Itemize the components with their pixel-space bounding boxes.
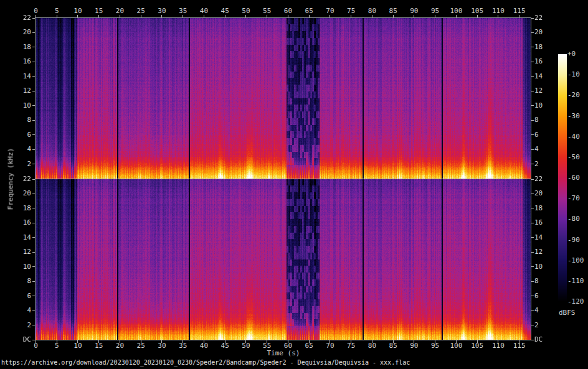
freq-tick-mark	[531, 237, 534, 238]
time-tick-label: 80	[363, 7, 381, 15]
freq-tick-mark	[531, 76, 534, 77]
time-tick-label: 110	[489, 7, 508, 15]
colorbar-unit-label: dBFS	[559, 309, 576, 317]
freq-tick-mark	[531, 208, 534, 208]
freq-tick-label: 22	[10, 14, 31, 22]
time-tick-mark	[372, 15, 372, 17]
colorbar	[558, 54, 567, 302]
time-tick-mark	[309, 15, 310, 17]
time-tick-mark	[393, 15, 394, 17]
colorbar-tick-label: -60	[567, 174, 588, 182]
freq-tick-label: 20	[534, 190, 556, 197]
freq-axis-label: Frequency (kHz)	[7, 142, 15, 217]
time-tick-label: 15	[90, 7, 108, 15]
time-tick-mark	[245, 15, 246, 17]
freq-tick-label: 14	[534, 234, 556, 241]
time-tick-label: 110	[489, 342, 508, 350]
colorbar-tick-label: -100	[567, 257, 588, 264]
time-tick-label: 55	[258, 7, 277, 15]
freq-tick-mark	[32, 164, 35, 164]
time-tick-label: 35	[174, 342, 192, 350]
freq-tick-label: 6	[534, 292, 556, 300]
time-tick-label: 95	[426, 7, 445, 15]
time-tick-label: 50	[237, 7, 255, 15]
freq-tick-mark	[32, 91, 35, 91]
time-tick-label: 25	[131, 342, 150, 350]
freq-tick-mark	[32, 266, 35, 267]
freq-tick-mark	[531, 134, 534, 135]
time-tick-label: 40	[194, 7, 213, 15]
time-tick-label: 35	[174, 7, 192, 15]
freq-tick-label: 18	[534, 205, 556, 212]
colorbar-tick-label: -70	[567, 195, 588, 202]
freq-tick-mark	[531, 281, 534, 282]
freq-tick-mark	[32, 62, 35, 62]
freq-tick-mark	[32, 32, 35, 33]
dc-tick-label: DC	[534, 336, 556, 343]
colorbar-tick-label: -120	[567, 298, 588, 306]
colorbar-tick-label: -90	[567, 236, 588, 244]
spectrogram-image: 0055101015152020252530303535404045455050…	[0, 0, 588, 369]
time-tick-label: 30	[153, 7, 171, 15]
time-tick-mark	[204, 15, 204, 17]
time-tick-label: 5	[47, 342, 66, 350]
time-tick-label: 25	[131, 7, 150, 15]
time-tick-label: 5	[47, 7, 66, 15]
time-tick-label: 45	[216, 7, 234, 15]
time-tick-mark	[435, 15, 435, 17]
freq-tick-mark	[531, 91, 534, 91]
time-tick-mark	[161, 15, 162, 17]
freq-tick-label: 20	[534, 29, 556, 36]
colorbar-tick-label: -30	[567, 113, 588, 120]
freq-tick-mark	[531, 296, 534, 296]
colorbar-tick-label: +0	[567, 50, 588, 58]
freq-tick-label: 14	[10, 234, 31, 241]
freq-tick-mark	[531, 194, 534, 194]
freq-tick-mark	[32, 252, 35, 253]
freq-tick-mark	[32, 149, 35, 150]
time-tick-label: 75	[342, 7, 361, 15]
time-tick-label: 20	[110, 7, 129, 15]
footer-url: https://archive.org/download/20230120_20…	[1, 359, 410, 367]
freq-tick-mark	[531, 149, 534, 150]
time-tick-mark	[477, 15, 478, 17]
freq-tick-label: 2	[534, 161, 556, 168]
time-tick-label: 70	[321, 7, 339, 15]
freq-tick-label: 6	[534, 131, 556, 139]
freq-tick-mark	[32, 325, 35, 325]
freq-tick-label: 14	[10, 73, 31, 80]
freq-tick-mark	[32, 120, 35, 121]
time-tick-mark	[36, 15, 36, 17]
freq-tick-mark	[531, 311, 534, 311]
colorbar-tick-label: -110	[567, 278, 588, 285]
freq-tick-label: 6	[10, 292, 31, 300]
spectrogram-channel-1	[36, 18, 531, 179]
freq-tick-label: 2	[534, 322, 556, 329]
time-tick-mark	[456, 15, 457, 17]
time-tick-mark	[498, 15, 498, 17]
time-tick-label: 10	[69, 7, 87, 15]
time-tick-mark	[57, 15, 57, 17]
colorbar-tick-label: -20	[567, 91, 588, 99]
freq-tick-label: 22	[534, 14, 556, 22]
colorbar-tick-label: -80	[567, 215, 588, 223]
colorbar-tick-label: -50	[567, 154, 588, 161]
freq-tick-mark	[32, 311, 35, 311]
freq-tick-mark	[531, 32, 534, 33]
freq-tick-label: 8	[534, 116, 556, 124]
freq-tick-label: 6	[10, 131, 31, 139]
freq-tick-mark	[531, 62, 534, 62]
dc-tick-label: DC	[10, 336, 31, 343]
time-tick-mark	[120, 15, 120, 17]
freq-tick-label: 16	[534, 219, 556, 227]
freq-tick-label: 18	[534, 44, 556, 51]
freq-tick-label: 8	[534, 278, 556, 285]
plot-area	[35, 17, 531, 340]
time-tick-label: 75	[342, 342, 361, 350]
freq-tick-label: 8	[10, 278, 31, 285]
colorbar-tick-label: -10	[567, 71, 588, 78]
time-tick-label: 10	[69, 342, 87, 350]
freq-tick-mark	[32, 76, 35, 77]
freq-tick-label: 12	[534, 87, 556, 95]
freq-tick-mark	[531, 120, 534, 121]
